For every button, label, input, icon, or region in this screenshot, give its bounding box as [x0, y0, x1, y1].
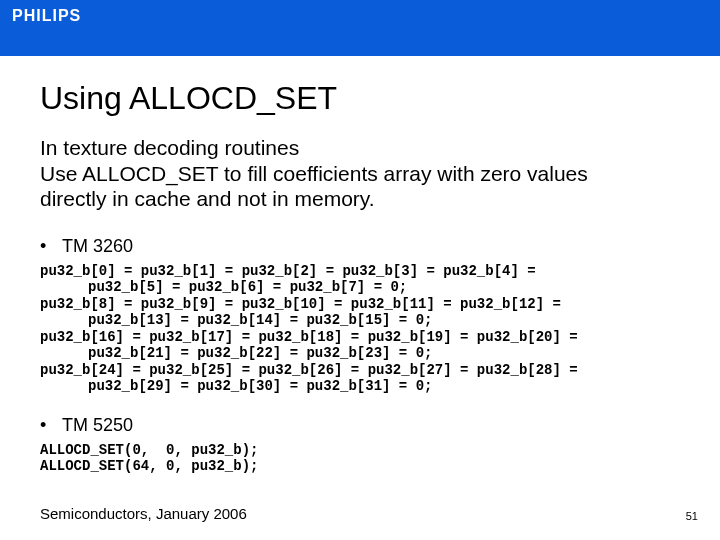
bullet-tm3260-label: TM 3260	[62, 236, 133, 256]
bullet-tm5250: •TM 5250	[40, 415, 680, 436]
code-block-tm5250: ALLOCD_SET(0, 0, pu32_b); ALLOCD_SET(64,…	[40, 442, 680, 475]
slide-footer: Semiconductors, January 2006	[40, 505, 247, 522]
code-line: pu32_b[16] = pu32_b[17] = pu32_b[18] = p…	[40, 329, 578, 345]
code-line: pu32_b[21] = pu32_b[22] = pu32_b[23] = 0…	[40, 345, 680, 362]
brand-bar: PHILIPS	[0, 0, 720, 56]
bullet-tm3260: •TM 3260	[40, 236, 680, 257]
slide-title: Using ALLOCD_SET	[40, 80, 680, 117]
body-line-2: Use ALLOCD_SET to fill coefficients arra…	[40, 162, 588, 185]
body-line-1: In texture decoding routines	[40, 136, 299, 159]
bullet-tm5250-label: TM 5250	[62, 415, 133, 435]
code-line: pu32_b[29] = pu32_b[30] = pu32_b[31] = 0…	[40, 378, 680, 395]
code-line: ALLOCD_SET(0, 0, pu32_b);	[40, 442, 258, 458]
code-line: pu32_b[13] = pu32_b[14] = pu32_b[15] = 0…	[40, 312, 680, 329]
slide-content: Using ALLOCD_SET In texture decoding rou…	[0, 56, 720, 475]
code-line: pu32_b[8] = pu32_b[9] = pu32_b[10] = pu3…	[40, 296, 561, 312]
body-line-3: directly in cache and not in memory.	[40, 187, 375, 210]
code-line: pu32_b[5] = pu32_b[6] = pu32_b[7] = 0;	[40, 279, 680, 296]
page-number: 51	[686, 510, 698, 522]
slide: PHILIPS Using ALLOCD_SET In texture deco…	[0, 0, 720, 540]
code-line: pu32_b[0] = pu32_b[1] = pu32_b[2] = pu32…	[40, 263, 536, 279]
wordmark-text: PHILIPS	[12, 7, 81, 24]
code-line: pu32_b[24] = pu32_b[25] = pu32_b[26] = p…	[40, 362, 578, 378]
bullet-dot-icon: •	[40, 415, 62, 436]
bullet-dot-icon: •	[40, 236, 62, 257]
code-block-tm3260: pu32_b[0] = pu32_b[1] = pu32_b[2] = pu32…	[40, 263, 680, 395]
philips-wordmark: PHILIPS	[12, 6, 102, 26]
slide-body: In texture decoding routines Use ALLOCD_…	[40, 135, 680, 212]
code-line: ALLOCD_SET(64, 0, pu32_b);	[40, 458, 258, 474]
